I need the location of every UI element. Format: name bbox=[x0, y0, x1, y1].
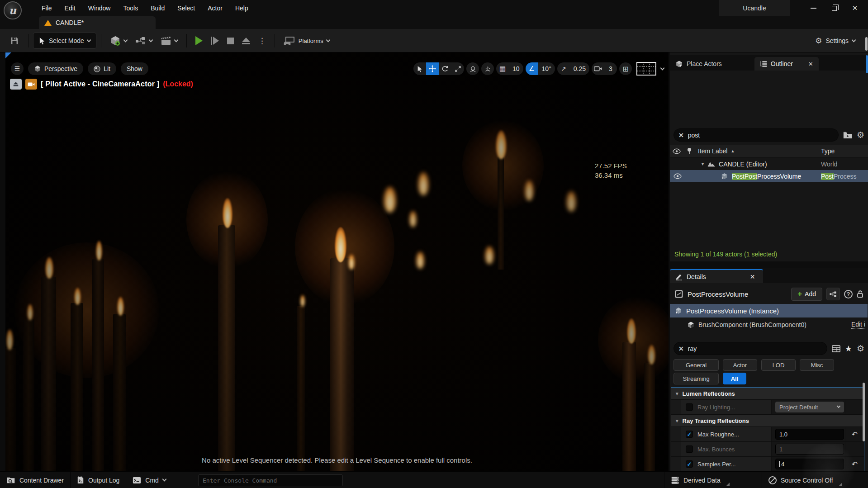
outliner-row-world[interactable]: ▾ CANDLE (Editor) World bbox=[670, 158, 868, 170]
scale-snap-value[interactable]: 0.25 bbox=[570, 62, 589, 75]
menu-help[interactable]: Help bbox=[229, 0, 255, 16]
edit-blueprint-button[interactable] bbox=[826, 288, 840, 300]
menu-select[interactable]: Select bbox=[171, 0, 201, 16]
play-button[interactable] bbox=[191, 33, 207, 49]
search-clear-icon[interactable]: ✕ bbox=[678, 132, 684, 139]
tab-candle-level[interactable]: CANDLE* bbox=[39, 16, 156, 29]
section-lumen-reflections[interactable]: ▾ Lumen Reflections bbox=[671, 388, 864, 400]
unlocked-icon[interactable] bbox=[857, 290, 863, 298]
perspective-dropdown[interactable]: Perspective bbox=[28, 62, 83, 75]
filter-streaming[interactable]: Streaming bbox=[674, 373, 719, 384]
pin-column-icon[interactable] bbox=[683, 147, 695, 155]
row-visibility-eye-icon[interactable] bbox=[674, 173, 682, 179]
override-checkbox-checked[interactable]: ✓ bbox=[686, 460, 693, 468]
toolbar-edge-scroll-pill[interactable] bbox=[865, 37, 868, 51]
max-roughness-input[interactable]: 1.0 bbox=[775, 429, 844, 440]
details-settings-icon[interactable]: ⚙ bbox=[857, 343, 864, 354]
rotate-tool-button[interactable] bbox=[439, 62, 451, 75]
details-search-input[interactable] bbox=[688, 345, 822, 352]
ray-lighting-dropdown[interactable]: Project Default bbox=[775, 402, 844, 412]
column-item-label[interactable]: Item Label bbox=[698, 147, 727, 155]
platforms-dropdown[interactable]: Platforms bbox=[280, 33, 334, 49]
composition-overlay-button[interactable] bbox=[634, 62, 659, 75]
outliner-close-icon[interactable]: ✕ bbox=[808, 61, 813, 67]
derived-data-button[interactable]: Derived Data bbox=[664, 472, 762, 488]
menu-tools[interactable]: Tools bbox=[117, 0, 144, 16]
level-viewport[interactable]: ☰ Perspective Lit Show bbox=[5, 52, 669, 471]
rotation-snap-value[interactable]: 10° bbox=[538, 62, 555, 75]
console-command-input[interactable] bbox=[198, 474, 343, 486]
grid-snap-button[interactable]: ▦ bbox=[496, 62, 509, 75]
outliner-search-box[interactable]: ✕ bbox=[674, 128, 839, 142]
menu-file[interactable]: File bbox=[35, 0, 58, 16]
panel-scroll-pill[interactable] bbox=[866, 55, 868, 73]
menu-edit[interactable]: Edit bbox=[58, 0, 82, 16]
revert-icon[interactable]: ↶ bbox=[852, 430, 858, 439]
outliner-row-postprocessvolume[interactable]: PostPostProcessVolume PostProcess bbox=[670, 170, 868, 182]
details-brushcomponent-row[interactable]: BrushComponent (BrushComponent0) Edit i bbox=[670, 318, 868, 331]
menu-window[interactable]: Window bbox=[82, 0, 117, 16]
camera-speed-value[interactable]: 3 bbox=[604, 62, 617, 75]
source-control-button[interactable]: Source Control Off bbox=[762, 472, 866, 488]
select-tool-button[interactable] bbox=[413, 62, 426, 75]
blueprints-dropdown[interactable] bbox=[131, 33, 157, 49]
column-type[interactable]: Type bbox=[821, 147, 868, 155]
filter-general[interactable]: General bbox=[674, 359, 719, 371]
save-button[interactable] bbox=[5, 33, 24, 49]
grid-snap-value[interactable]: 10 bbox=[509, 62, 523, 75]
scale-tool-button[interactable] bbox=[451, 62, 464, 75]
add-component-button[interactable]: + Add bbox=[791, 288, 822, 301]
move-tool-button[interactable] bbox=[426, 62, 439, 75]
display-options-icon[interactable] bbox=[832, 345, 840, 352]
details-instance-row[interactable]: PostProcessVolume (Instance) bbox=[670, 304, 868, 317]
tab-details[interactable]: Details ✕ bbox=[670, 269, 763, 283]
launch-button[interactable] bbox=[238, 33, 254, 49]
filter-misc[interactable]: Misc bbox=[800, 359, 834, 371]
menu-actor[interactable]: Actor bbox=[201, 0, 229, 16]
favorites-star-icon[interactable]: ★ bbox=[845, 344, 852, 354]
tab-outliner[interactable]: Outliner ✕ bbox=[754, 57, 819, 71]
minimize-button[interactable] bbox=[803, 0, 824, 16]
override-checkbox[interactable] bbox=[686, 445, 693, 453]
skip-button[interactable] bbox=[207, 33, 223, 49]
viewport-options-menu[interactable]: ☰ bbox=[11, 62, 24, 75]
section-ray-tracing-reflections[interactable]: ▾ Ray Tracing Reflections bbox=[671, 415, 864, 427]
stop-piloting-button[interactable] bbox=[10, 79, 22, 90]
tab-place-actors[interactable]: Place Actors bbox=[670, 57, 727, 71]
close-button[interactable]: ✕ bbox=[844, 0, 865, 16]
scale-snap-button[interactable]: ↗ bbox=[557, 62, 570, 75]
rotation-snap-button[interactable]: ∠ bbox=[526, 62, 538, 75]
help-icon[interactable]: ? bbox=[844, 290, 853, 298]
show-dropdown[interactable]: Show bbox=[121, 62, 148, 75]
expand-chevron-icon[interactable]: ▾ bbox=[702, 161, 704, 166]
surface-snapping-button[interactable] bbox=[481, 62, 494, 75]
cinematics-dropdown[interactable] bbox=[157, 33, 182, 49]
override-checkbox-checked[interactable]: ✓ bbox=[686, 431, 693, 438]
filter-all[interactable]: All bbox=[723, 373, 746, 384]
pilot-camera-button[interactable] bbox=[25, 79, 37, 90]
settings-label[interactable]: Settings bbox=[825, 37, 849, 44]
visibility-column-icon[interactable] bbox=[670, 148, 683, 154]
details-close-icon[interactable]: ✕ bbox=[750, 273, 755, 280]
details-search-box[interactable]: ✕ bbox=[674, 342, 827, 355]
add-actor-dropdown[interactable] bbox=[106, 33, 131, 49]
menu-build[interactable]: Build bbox=[144, 0, 171, 16]
lit-dropdown[interactable]: Lit bbox=[88, 62, 116, 75]
details-scrollbar[interactable] bbox=[863, 383, 865, 441]
outliner-search-input[interactable] bbox=[688, 132, 834, 139]
select-mode-dropdown[interactable]: Select Mode bbox=[33, 33, 96, 49]
restore-button[interactable] bbox=[824, 0, 844, 16]
override-checkbox[interactable] bbox=[686, 403, 693, 411]
create-folder-icon[interactable] bbox=[843, 131, 852, 139]
quad-view-button[interactable]: ⊞ bbox=[619, 62, 632, 75]
panel-splitter[interactable] bbox=[670, 261, 868, 268]
world-local-gizmo-button[interactable] bbox=[466, 62, 479, 75]
filter-actor[interactable]: Actor bbox=[723, 359, 757, 371]
camera-speed-button[interactable] bbox=[592, 62, 604, 75]
play-options-kebab[interactable]: ⋮ bbox=[254, 33, 270, 49]
cmd-dropdown[interactable]: Cmd bbox=[126, 472, 172, 488]
stop-button[interactable] bbox=[223, 33, 238, 49]
edit-in-link[interactable]: Edit i bbox=[851, 321, 865, 329]
outliner-settings-icon[interactable]: ⚙ bbox=[857, 130, 864, 140]
search-clear-icon[interactable]: ✕ bbox=[678, 345, 684, 352]
